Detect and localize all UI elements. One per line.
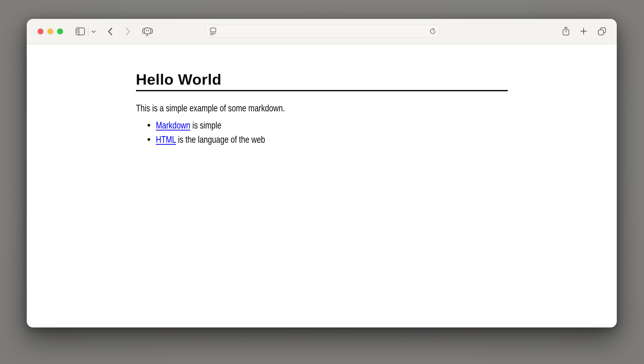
- list-item-text: is the language of the web: [176, 134, 265, 145]
- back-icon: [108, 28, 113, 36]
- reload-icon: [429, 27, 436, 35]
- plus-icon: [580, 28, 587, 34]
- list-item: HTML is the language of the web: [136, 134, 508, 145]
- share-icon: [562, 26, 570, 36]
- tab-overview-button[interactable]: [598, 27, 606, 36]
- back-button[interactable]: [107, 27, 113, 36]
- page-title: Hello World: [136, 71, 508, 88]
- list-item: Markdown is simple: [136, 120, 508, 131]
- elephant-extension-icon: [142, 27, 153, 36]
- forward-icon: [125, 28, 131, 36]
- tab-overview-icon: [598, 27, 606, 36]
- close-button[interactable]: [38, 28, 44, 34]
- page-format-button[interactable]: [209, 27, 217, 35]
- reload-button[interactable]: [429, 27, 436, 35]
- html-link[interactable]: HTML: [156, 134, 176, 145]
- feature-list: Markdown is simple HTML is the language …: [136, 120, 508, 145]
- bullet-icon: [148, 124, 150, 126]
- sidebar-toggle-button[interactable]: [76, 28, 85, 35]
- extension-button[interactable]: [142, 27, 153, 36]
- address-bar[interactable]: [205, 25, 440, 38]
- markdown-document: Hello World This is a simple example of …: [136, 71, 508, 145]
- sidebar-icon: [76, 28, 85, 35]
- web-page-content: Hello World This is a simple example of …: [27, 44, 617, 328]
- page-format-icon: [209, 27, 217, 35]
- minimize-button[interactable]: [47, 28, 53, 34]
- heading-rule: [136, 90, 508, 91]
- list-item-text: is simple: [190, 120, 221, 130]
- forward-button[interactable]: [125, 27, 131, 36]
- share-button[interactable]: [562, 26, 570, 36]
- toolbar-separator: [88, 27, 89, 36]
- zoom-button[interactable]: [57, 28, 63, 34]
- sidebar-menu-button[interactable]: [91, 30, 96, 33]
- intro-paragraph-text: This is a simple example of some markdow…: [136, 102, 285, 114]
- browser-toolbar: [27, 19, 617, 44]
- window-controls: [38, 28, 63, 34]
- new-tab-button[interactable]: [580, 28, 587, 34]
- markdown-link[interactable]: Markdown: [156, 120, 190, 130]
- chevron-down-icon: [92, 30, 96, 33]
- browser-window: Hello World This is a simple example of …: [27, 19, 617, 328]
- address-input[interactable]: [220, 27, 429, 35]
- bullet-icon: [148, 138, 150, 141]
- intro-paragraph: This is a simple example of some markdow…: [136, 102, 508, 114]
